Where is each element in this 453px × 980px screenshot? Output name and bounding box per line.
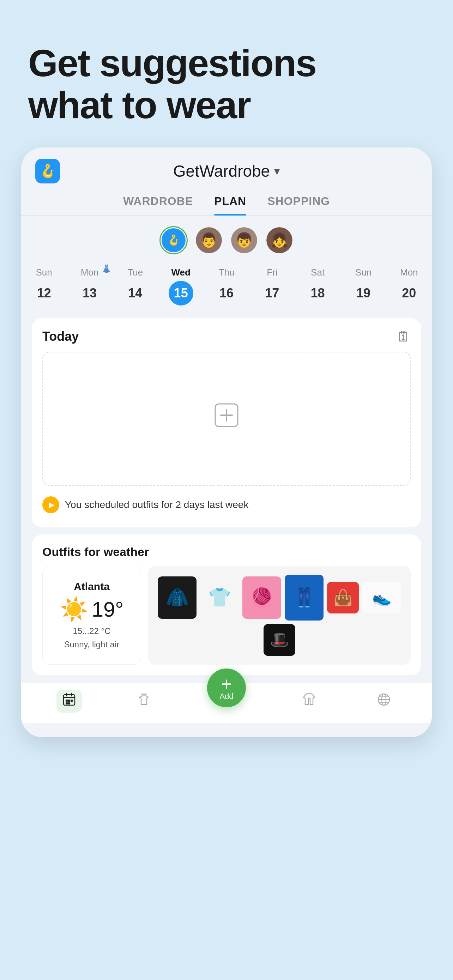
weather-header: Outfits for weather xyxy=(42,545,411,559)
app-name: GetWardrobe xyxy=(173,162,270,181)
calendar-strip: Sun 12 Mon 13 👗 Tue 14 Wed 15 Thu 16 Fri… xyxy=(21,261,432,311)
tab-shopping[interactable]: SHOPPING xyxy=(267,195,330,215)
outfits-nav-icon xyxy=(301,692,317,711)
cal-day-num: 15 xyxy=(168,281,193,305)
weather-range: 15...22 °C xyxy=(73,626,111,636)
cal-day-name: Sun xyxy=(36,267,52,278)
today-label: Today xyxy=(42,329,79,344)
weather-city: Atlanta xyxy=(74,581,110,593)
weather-temp: 19° xyxy=(92,597,124,622)
cal-day-19[interactable]: Sun 19 xyxy=(340,261,386,311)
weather-card: Outfits for weather Atlanta ☀️ 19° 15...… xyxy=(32,535,421,675)
cal-day-name: Mon xyxy=(81,267,99,278)
weather-info: Atlanta ☀️ 19° 15...22 °C Sunny, light a… xyxy=(42,566,141,665)
cal-day-13[interactable]: Mon 13 👗 xyxy=(67,261,112,311)
svg-rect-7 xyxy=(66,700,68,702)
wardrobe-nav-icon xyxy=(136,692,152,711)
nav-item-outfits[interactable] xyxy=(271,692,346,711)
add-fab-icon: + xyxy=(221,675,232,693)
svg-rect-9 xyxy=(71,700,73,702)
play-icon xyxy=(42,496,59,513)
plan-nav-icon xyxy=(62,695,76,710)
cal-day-num: 17 xyxy=(260,281,285,305)
add-fab-label: Add xyxy=(219,692,233,701)
tab-plan[interactable]: PLAN xyxy=(214,195,246,215)
cal-day-num: 20 xyxy=(397,281,421,305)
add-fab[interactable]: + Add xyxy=(207,668,246,707)
today-header: Today 🗓 xyxy=(42,329,411,345)
cal-day-15[interactable]: Wed 15 xyxy=(158,261,203,311)
cal-day-16[interactable]: Thu 16 xyxy=(203,261,249,311)
hero-title: Get suggestions what to wear xyxy=(28,42,425,126)
app-header: 🪝 GetWardrobe ▾ xyxy=(21,148,432,188)
outfit-thumb: 👗 xyxy=(102,264,111,274)
app-logo: 🪝 xyxy=(35,159,60,183)
scheduled-notice: You scheduled outfits for 2 days last we… xyxy=(42,493,411,517)
avatar-person1[interactable]: 👨 xyxy=(195,226,223,255)
cal-day-num: 16 xyxy=(214,281,239,305)
nav-item-wardrobe[interactable] xyxy=(106,692,181,711)
notice-text: You scheduled outfits for 2 days last we… xyxy=(65,498,248,512)
hero-section: Get suggestions what to wear xyxy=(0,0,453,148)
svg-rect-11 xyxy=(68,702,70,705)
calendar-view-icon[interactable]: 🗓 xyxy=(397,329,411,345)
cal-day-name: Thu xyxy=(219,267,235,278)
nav-active-bg xyxy=(56,690,82,713)
bottom-nav: + Add xyxy=(21,682,432,723)
cal-day-name: Fri xyxy=(267,267,277,278)
cal-day-14[interactable]: Tue 14 xyxy=(113,261,158,311)
cal-day-name: Mon xyxy=(400,267,418,278)
cal-day-17[interactable]: Fri 17 xyxy=(250,261,295,311)
weather-content: Atlanta ☀️ 19° 15...22 °C Sunny, light a… xyxy=(42,566,411,665)
avatar-person2[interactable]: 👦 xyxy=(230,226,258,255)
add-outfit-icon[interactable] xyxy=(212,401,241,436)
cal-day-num: 13 xyxy=(77,281,102,305)
cal-day-20[interactable]: Mon 20 xyxy=(386,261,432,311)
chevron-down-icon: ▾ xyxy=(274,164,280,178)
globe-nav-icon xyxy=(376,692,392,711)
nav-item-explore[interactable] xyxy=(347,692,421,711)
app-card: 🪝 GetWardrobe ▾ WARDROBE PLAN SHOPPING 🪝… xyxy=(21,148,432,737)
cal-day-name: Tue xyxy=(127,267,143,278)
weather-desc: Sunny, light air xyxy=(64,640,119,649)
sun-icon: ☀️ xyxy=(60,596,88,623)
avatar-person3[interactable]: 👧 xyxy=(265,226,294,255)
app-name-wrapper[interactable]: GetWardrobe ▾ xyxy=(173,162,280,181)
cal-day-name: Sat xyxy=(311,267,324,278)
tab-wardrobe[interactable]: WARDROBE xyxy=(123,195,193,215)
outfit-preview[interactable]: 🧥 👕 🧶 👖 👜 👟 🎩 xyxy=(148,566,411,665)
cal-day-name: Wed xyxy=(171,267,190,278)
tab-bar: WARDROBE PLAN SHOPPING xyxy=(21,188,432,216)
cal-day-num: 14 xyxy=(123,281,148,305)
cal-day-name: Sun xyxy=(355,267,372,278)
today-card: Today 🗓 You scheduled outfits for 2 days… xyxy=(32,318,421,527)
outfit-placeholder xyxy=(42,352,411,486)
cal-day-num: 18 xyxy=(305,281,330,305)
avatars-row: 🪝 👨 👦 👧 xyxy=(21,216,432,261)
cal-day-18[interactable]: Sat 18 xyxy=(295,261,340,311)
cal-day-num: 19 xyxy=(351,281,376,305)
avatar-self[interactable]: 🪝 xyxy=(159,226,188,255)
nav-item-plan[interactable] xyxy=(32,690,106,713)
cal-day-12[interactable]: Sun 12 xyxy=(21,261,67,311)
svg-rect-8 xyxy=(68,700,70,702)
svg-rect-10 xyxy=(66,702,68,705)
weather-temp-row: ☀️ 19° xyxy=(60,596,124,623)
hanger-icon: 🪝 xyxy=(40,164,56,178)
cal-day-num: 12 xyxy=(32,281,56,305)
